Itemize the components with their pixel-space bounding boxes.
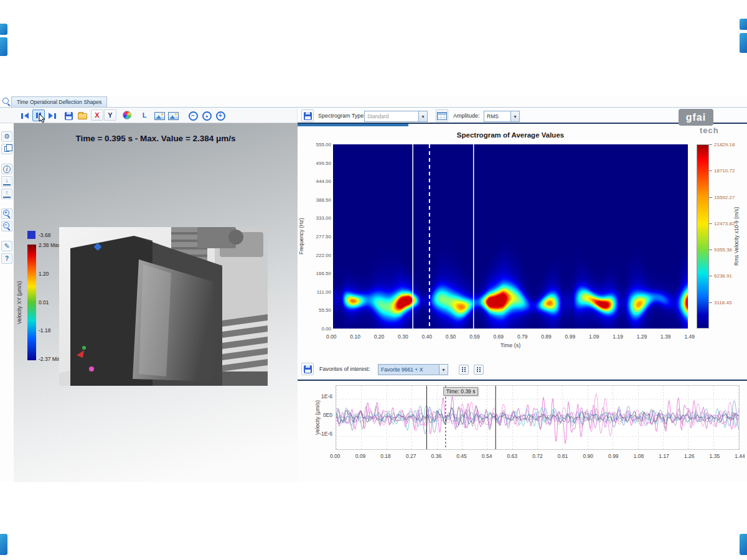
layout-option-button[interactable]: [459, 365, 469, 375]
table-icon: [437, 112, 447, 120]
edge-artifact: [0, 24, 7, 35]
spectrogram-x-axis-label: Time (s): [333, 342, 688, 348]
dot-circle-icon: ●: [202, 111, 212, 121]
floppy-icon: [304, 365, 312, 373]
dots-grid-icon: [476, 366, 481, 373]
info-icon: i: [3, 166, 11, 173]
gfai-logo: gfai: [679, 109, 713, 126]
triangle-right-icon: [49, 113, 53, 119]
floppy-icon: [65, 112, 73, 120]
tab-label: Time Operational Deflection Shapes: [17, 99, 101, 105]
edge-artifact: [0, 534, 7, 555]
y-axis-button[interactable]: Y: [104, 110, 116, 121]
color-wheel-icon: [123, 111, 131, 119]
time-tooltip: Time: 0.39 s: [443, 387, 478, 396]
pause-bar: [36, 113, 38, 118]
snapshot-button[interactable]: [153, 110, 166, 121]
skip-next-button[interactable]: [46, 110, 59, 121]
info-button[interactable]: i: [1, 164, 12, 174]
measurement-marker-green[interactable]: [82, 346, 86, 350]
favorites-value: Favorite 9661 + X: [381, 366, 423, 373]
color-wheel-button[interactable]: [121, 110, 133, 121]
zoom-in-view-button[interactable]: +: [1, 208, 12, 219]
tab-time-operational-deflection-shapes[interactable]: Time Operational Deflection Shapes: [11, 96, 107, 107]
x-axis-button[interactable]: X: [91, 110, 103, 121]
zoom-out-icon: −: [3, 222, 11, 230]
save-spectrogram-button[interactable]: [301, 110, 314, 122]
copy-view-button[interactable]: [1, 144, 12, 154]
spectrogram-y-axis-label: Frequency (Hz): [298, 144, 304, 329]
favorites-label: Favorites of interest:: [319, 366, 370, 372]
chevron-down-icon[interactable]: ▾: [418, 111, 427, 121]
save-favorites-button[interactable]: [301, 363, 314, 375]
edge-artifact: [740, 33, 747, 53]
section-divider: [298, 380, 747, 381]
waveform-canvas[interactable]: [336, 386, 739, 449]
grid-view-button[interactable]: [436, 110, 448, 122]
chevron-down-icon[interactable]: ▾: [510, 111, 519, 121]
edge-artifact: [740, 19, 747, 30]
measurement-marker-magenta[interactable]: [89, 366, 94, 371]
settings-button[interactable]: ⚙: [1, 131, 12, 142]
zoom-out-view-button[interactable]: −: [1, 221, 12, 231]
spectro-y-ticks: 555.00499.50444.00388.50333.00277.50222.…: [308, 144, 331, 329]
annotate-button[interactable]: ✎: [1, 241, 12, 251]
image-icon: [154, 112, 165, 120]
edge-artifact: [740, 534, 747, 555]
spectrogram-type-label: Spectrogram Type:: [318, 113, 365, 119]
wave-x-ticks: 0.000.090.180.270.360.450.540.630.720.81…: [330, 453, 745, 459]
favorites-dropdown[interactable]: Favorite 9661 + X ▾: [378, 364, 448, 375]
velocity-color-scale: [27, 245, 36, 360]
edge-artifact: [0, 37, 7, 56]
chevron-down-icon[interactable]: ▾: [439, 365, 448, 375]
machine-photo[interactable]: [59, 227, 268, 386]
colorscale-axis-label: Velocity XY (μm/s): [16, 245, 22, 360]
floppy-icon: [304, 112, 312, 120]
skip-previous-button[interactable]: [19, 110, 31, 121]
l-label: L: [143, 111, 147, 119]
pencil-icon: ✎: [4, 242, 9, 250]
spectrogram-type-dropdown[interactable]: Standard ▾: [364, 111, 428, 122]
zoom-in-icon: +: [3, 210, 11, 218]
mouse-cursor: [39, 113, 46, 123]
amplitude-label: Amplitude:: [453, 113, 480, 119]
colorbar-ticks: 21829.1818710.7215592.2712473.829355.366…: [709, 144, 746, 329]
minus-circle-icon: −: [189, 111, 198, 121]
logo-primary: gfai: [686, 112, 706, 123]
snapshot-all-button[interactable]: [167, 110, 179, 121]
search-icon[interactable]: [2, 98, 11, 106]
images-icon: [168, 112, 179, 120]
view-title: Time = 0.395 s - Max. Value = 2.384 μm/s: [25, 134, 286, 143]
record-button[interactable]: ●: [200, 110, 213, 121]
open-folder-button[interactable]: [76, 111, 88, 122]
save-button[interactable]: [62, 110, 75, 121]
amplitude-value: RMS: [487, 113, 499, 119]
import-button[interactable]: ↓: [1, 176, 12, 187]
progress-bar: [298, 124, 408, 126]
import-icon: ↓: [3, 177, 11, 185]
layout-option-button-2[interactable]: [474, 365, 484, 375]
export-button[interactable]: ↑: [1, 189, 12, 199]
zoom-out-button[interactable]: −: [187, 110, 199, 121]
folder-icon: [78, 113, 87, 119]
spectrogram-canvas[interactable]: [333, 144, 688, 329]
amplitude-dropdown[interactable]: RMS ▾: [484, 111, 520, 122]
help-button[interactable]: ?: [1, 253, 12, 264]
zoom-in-button[interactable]: +: [214, 110, 227, 121]
spectrogram-title: Spectrogram of Average Values: [333, 131, 688, 139]
bar-glyph: [21, 113, 23, 119]
bar-glyph: [54, 113, 56, 119]
colorscale-ticks: 2.38 Max1.200.01-1.18-2.37 Min: [39, 242, 60, 362]
application-window: Time Operational Deflection Shapes X Y L…: [0, 96, 747, 482]
colorbar-label: Rms Velocity x10-9 (m/s): [733, 144, 740, 329]
export-icon: ↑: [3, 190, 11, 198]
spectrogram-colorbar: [697, 144, 709, 329]
wave-y-ticks: 1E-60E0-1E-6: [310, 393, 332, 437]
question-icon: ?: [5, 255, 9, 262]
logo-secondary: tech: [700, 126, 719, 135]
dots-grid-icon: [461, 366, 466, 373]
legend-button[interactable]: L: [138, 110, 151, 121]
plus-circle-icon: +: [216, 111, 225, 121]
y-label: Y: [108, 111, 112, 119]
spectrogram-type-value: Standard: [367, 113, 389, 119]
